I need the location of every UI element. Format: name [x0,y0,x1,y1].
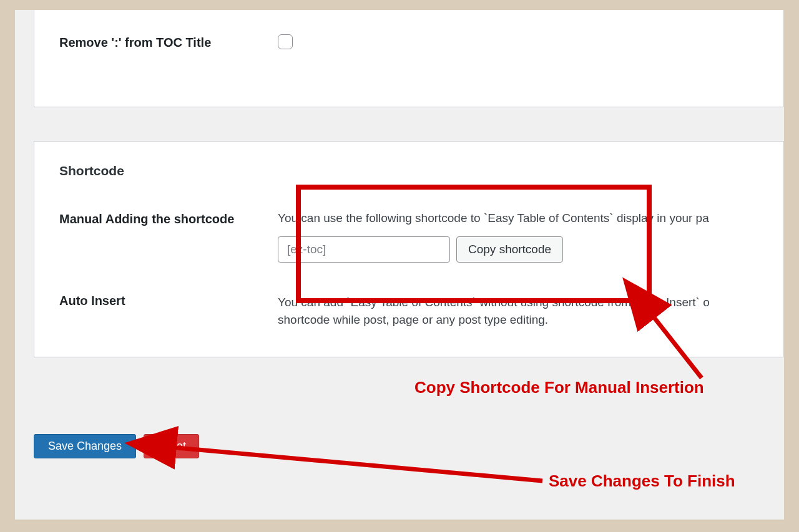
section-title-shortcode: Shortcode [59,163,758,178]
form-buttons: Save Changes Reset [34,434,199,458]
auto-insert-desc: You can add `Easy Table of Contents` wit… [278,294,758,329]
save-button[interactable]: Save Changes [34,434,136,458]
remove-colon-label: Remove ':' from TOC Title [59,36,278,52]
row-auto-insert: Auto Insert You can add `Easy Table of C… [59,294,758,338]
annotation-text-copy: Copy Shortcode For Manual Insertion [414,378,704,397]
manual-shortcode-controls: Copy shortcode [278,236,758,263]
shortcode-input[interactable] [278,236,450,263]
row-manual-shortcode: Manual Adding the shortcode You can use … [59,210,758,263]
auto-insert-label: Auto Insert [59,294,278,338]
settings-screen: Remove ':' from TOC Title Shortcode Manu… [15,10,784,520]
reset-button[interactable]: Reset [144,434,199,458]
annotation-text-save: Save Changes To Finish [549,472,735,491]
manual-shortcode-desc: You can use the following shortcode to `… [278,210,758,228]
svg-line-3 [164,447,542,481]
copy-shortcode-button[interactable]: Copy shortcode [456,236,563,263]
manual-shortcode-label: Manual Adding the shortcode [59,210,278,263]
panel-shortcode: Shortcode Manual Adding the shortcode Yo… [34,141,784,357]
remove-colon-checkbox[interactable] [278,34,293,49]
panel-general-tail: Remove ':' from TOC Title [34,10,784,107]
row-remove-colon: Remove ':' from TOC Title [59,36,758,52]
